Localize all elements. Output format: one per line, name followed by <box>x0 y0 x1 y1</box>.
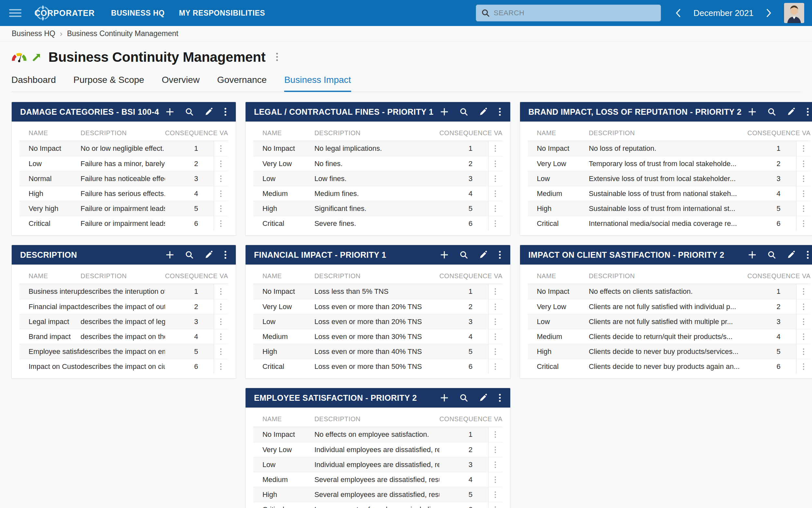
row-menu-button[interactable] <box>219 302 223 312</box>
row-menu-button[interactable] <box>493 317 497 327</box>
table-row[interactable]: Very Low Loss even or more than 20% TNS … <box>253 299 503 314</box>
table-row[interactable]: Critical Clients decide to never buy pro… <box>528 359 810 374</box>
row-menu-button[interactable] <box>801 174 806 184</box>
row-menu-button[interactable] <box>801 219 806 228</box>
table-row[interactable]: High Sustainable loss of trust from inte… <box>528 201 810 216</box>
row-menu-button[interactable] <box>493 174 497 184</box>
row-menu-button[interactable] <box>801 362 806 372</box>
panel-search-button[interactable] <box>767 250 777 260</box>
panel-menu-button[interactable] <box>806 107 810 117</box>
nav-item-business-hq[interactable]: BUSINESS HQ <box>111 9 165 17</box>
row-menu-button[interactable] <box>493 347 497 356</box>
search-input[interactable] <box>494 9 656 17</box>
row-menu-button[interactable] <box>493 430 497 439</box>
table-row[interactable]: No Impact No effects on clients satisfac… <box>528 284 810 299</box>
row-menu-button[interactable] <box>219 362 223 372</box>
table-row[interactable]: High Significant fines. 5 <box>253 201 503 216</box>
row-menu-button[interactable] <box>801 302 806 312</box>
tab-business-impact[interactable]: Business Impact <box>284 75 351 92</box>
table-row[interactable]: No Impact Loss less than 5% TNS 1 <box>253 284 503 299</box>
panel-add-button[interactable] <box>165 107 175 117</box>
row-menu-button[interactable] <box>493 490 497 500</box>
table-row[interactable]: Very Low Temporary loss of trust from lo… <box>528 156 810 171</box>
tab-purpose-scope[interactable]: Purpose & Scope <box>74 75 144 92</box>
row-menu-button[interactable] <box>219 144 223 154</box>
next-period-button[interactable] <box>765 7 773 19</box>
table-row[interactable]: Medium Loss even or more than 30% TNS 4 <box>253 329 503 344</box>
table-row[interactable]: Medium Sustainable loss of trust from na… <box>528 186 810 201</box>
table-row[interactable]: No Impact No or low negligible effect. 1 <box>19 141 228 156</box>
table-row[interactable]: Business interuption describes the inter… <box>19 284 228 299</box>
row-menu-button[interactable] <box>219 219 223 228</box>
row-menu-button[interactable] <box>493 144 497 154</box>
table-row[interactable]: Financial impact describes the impact of… <box>19 299 228 314</box>
table-row[interactable]: No Impact No loss of reputation. 1 <box>528 141 810 156</box>
row-menu-button[interactable] <box>219 174 223 184</box>
row-menu-button[interactable] <box>493 460 497 470</box>
row-menu-button[interactable] <box>801 144 806 154</box>
panel-menu-button[interactable] <box>498 393 502 403</box>
row-menu-button[interactable] <box>219 204 223 214</box>
row-menu-button[interactable] <box>493 287 497 296</box>
page-options-button[interactable] <box>274 50 280 65</box>
table-row[interactable]: Normal Failure has noticeable effects 3 <box>19 171 228 186</box>
panel-add-button[interactable] <box>439 250 449 260</box>
breadcrumb-business-hq[interactable]: Business HQ <box>12 29 55 38</box>
period-label[interactable]: December 2021 <box>694 8 754 18</box>
panel-add-button[interactable] <box>439 393 449 403</box>
tab-governance[interactable]: Governance <box>217 75 267 92</box>
table-row[interactable]: No Impact No effects on employee satisfa… <box>253 427 503 442</box>
brand-logo[interactable]: CORPORATER <box>33 4 97 23</box>
table-row[interactable]: Critical Severe fines. 6 <box>253 216 503 231</box>
search-box[interactable] <box>476 5 661 22</box>
row-menu-button[interactable] <box>493 204 497 214</box>
table-row[interactable]: Medium Several employees are dissatisfie… <box>253 472 503 487</box>
table-row[interactable]: Critical International media/social medi… <box>528 216 810 231</box>
panel-edit-button[interactable] <box>478 250 488 260</box>
table-row[interactable]: Critical Large amounts of employees, inc… <box>253 502 503 508</box>
table-row[interactable]: Low Clients are not fully satisfied with… <box>528 314 810 329</box>
table-row[interactable]: Employee satisfaction describes the impa… <box>19 344 228 359</box>
user-avatar[interactable] <box>784 3 804 23</box>
table-row[interactable]: High Failure has serious effects. 4 <box>19 186 228 201</box>
table-row[interactable]: Critical Loss even or more than 50% TNS … <box>253 359 503 374</box>
panel-search-button[interactable] <box>459 107 469 117</box>
panel-search-button[interactable] <box>459 393 469 403</box>
table-row[interactable]: Low Loss even or more than 20% TNS 3 <box>253 314 503 329</box>
table-row[interactable]: Low Extensive loss of trust from local s… <box>528 171 810 186</box>
row-menu-button[interactable] <box>801 347 806 356</box>
row-menu-button[interactable] <box>219 347 223 356</box>
panel-edit-button[interactable] <box>478 393 488 403</box>
panel-menu-button[interactable] <box>498 107 502 117</box>
panel-add-button[interactable] <box>747 250 757 260</box>
tab-overview[interactable]: Overview <box>162 75 200 92</box>
menu-icon[interactable] <box>9 9 21 17</box>
panel-add-button[interactable] <box>439 107 449 117</box>
table-row[interactable]: Very Low Clients are not fully satisfied… <box>528 299 810 314</box>
panel-search-button[interactable] <box>459 250 469 260</box>
nav-item-my-responsibilities[interactable]: MY RESPONSIBILITIES <box>179 9 265 17</box>
table-row[interactable]: Very high Failure or impairment leads to… <box>19 201 228 216</box>
table-row[interactable]: Very Low No fines. 2 <box>253 156 503 171</box>
row-menu-button[interactable] <box>493 475 497 484</box>
table-row[interactable]: Low Low fines. 3 <box>253 171 503 186</box>
row-menu-button[interactable] <box>493 219 497 228</box>
panel-search-button[interactable] <box>767 107 777 117</box>
table-row[interactable]: Impact on Customer satisfaction describe… <box>19 359 228 374</box>
panel-add-button[interactable] <box>747 107 757 117</box>
row-menu-button[interactable] <box>493 332 497 342</box>
row-menu-button[interactable] <box>801 159 806 169</box>
table-row[interactable]: High Several employees are dissatisfied,… <box>253 487 503 502</box>
panel-add-button[interactable] <box>165 250 175 260</box>
table-row[interactable]: Medium Medium fines. 4 <box>253 186 503 201</box>
panel-search-button[interactable] <box>185 250 194 260</box>
row-menu-button[interactable] <box>801 189 806 199</box>
table-row[interactable]: No Impact No legal implications. 1 <box>253 141 503 156</box>
tab-dashboard[interactable]: Dashboard <box>11 75 56 92</box>
row-menu-button[interactable] <box>801 287 806 296</box>
table-row[interactable]: Medium Clients decide to return/quit the… <box>528 329 810 344</box>
panel-edit-button[interactable] <box>786 250 796 260</box>
table-row[interactable]: Very Low Individual employees are dissat… <box>253 442 503 457</box>
row-menu-button[interactable] <box>493 362 497 372</box>
row-menu-button[interactable] <box>219 332 223 342</box>
